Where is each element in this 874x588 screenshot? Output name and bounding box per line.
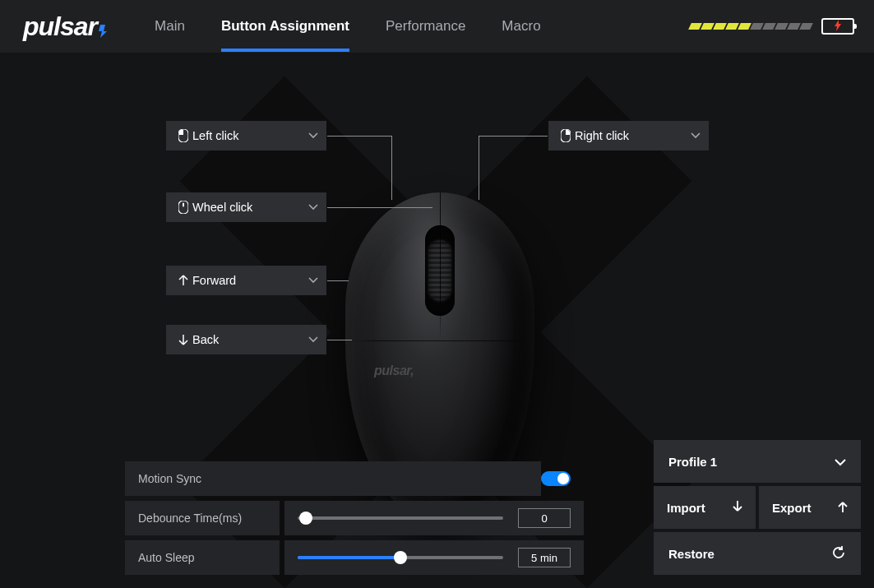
arrow-up-icon	[174, 275, 192, 286]
brand-accent-icon	[99, 25, 107, 38]
arrow-down-icon	[174, 334, 192, 345]
debounce-value[interactable]: 0	[518, 508, 571, 528]
restore-label: Restore	[668, 547, 714, 561]
autosleep-value[interactable]: 5 min	[518, 548, 571, 567]
bolt-icon	[833, 20, 843, 34]
back-label: Back	[192, 333, 219, 346]
tab-main[interactable]: Main	[155, 2, 185, 51]
header-status	[690, 18, 854, 35]
wheel-click-selector[interactable]: Wheel click	[166, 192, 326, 222]
motion-sync-row: Motion Sync	[125, 461, 584, 496]
battery-charging-icon	[821, 18, 854, 35]
import-label: Import	[667, 501, 705, 515]
wheel-click-label: Wheel click	[192, 201, 252, 214]
arrow-up-icon	[838, 500, 848, 516]
tab-performance[interactable]: Performance	[386, 2, 465, 51]
chevron-down-icon	[308, 336, 318, 343]
tab-button-assignment[interactable]: Button Assignment	[221, 2, 349, 51]
left-click-selector[interactable]: Left click	[166, 121, 326, 150]
motion-sync-toggle[interactable]	[541, 471, 571, 486]
leader-line	[327, 340, 352, 340]
app-header: pulsar Main Button Assignment Performanc…	[0, 0, 874, 53]
right-click-label: Right click	[575, 129, 629, 142]
main-area: pulsar, Left click Wheel click Forward B…	[0, 53, 874, 588]
leader-line	[327, 207, 432, 208]
chevron-down-icon	[308, 277, 318, 284]
chevron-down-icon	[308, 132, 318, 139]
tab-macro[interactable]: Macro	[502, 2, 540, 51]
import-button[interactable]: Import	[654, 486, 756, 529]
autosleep-row: Auto Sleep 5 min	[125, 540, 584, 575]
debounce-row: Debounce Time(ms) 0	[125, 501, 584, 535]
advanced-settings: Motion Sync Debounce Time(ms) 0 Auto Sle…	[125, 456, 584, 575]
leader-line	[327, 280, 349, 281]
leader-line	[391, 136, 392, 200]
chevron-down-icon	[691, 132, 701, 139]
profile-panel: Profile 1 Import Export Restore	[654, 440, 861, 575]
debounce-slider[interactable]	[298, 516, 503, 520]
main-nav: Main Button Assignment Performance Macro	[155, 2, 541, 51]
leader-line	[479, 136, 479, 200]
mouse-wheel-icon	[174, 201, 192, 214]
refresh-icon	[831, 545, 846, 563]
battery-level-bars	[690, 23, 812, 30]
autosleep-slider[interactable]	[298, 556, 503, 559]
leader-line	[327, 136, 391, 137]
chevron-down-icon	[835, 455, 846, 469]
back-selector[interactable]: Back	[166, 325, 326, 354]
profile-selector[interactable]: Profile 1	[654, 440, 861, 483]
restore-button[interactable]: Restore	[654, 532, 861, 575]
svg-rect-0	[183, 203, 184, 207]
brand-logo: pulsar	[23, 13, 107, 39]
profile-current-label: Profile 1	[668, 455, 717, 469]
mouse-brand-label: pulsar,	[374, 363, 414, 378]
brand-text: pulsar	[23, 13, 97, 39]
right-click-selector[interactable]: Right click	[548, 121, 709, 150]
mouse-left-icon	[174, 129, 192, 142]
mouse-right-icon	[557, 129, 575, 142]
chevron-down-icon	[308, 204, 318, 211]
motion-sync-label: Motion Sync	[125, 461, 541, 496]
forward-selector[interactable]: Forward	[166, 266, 326, 295]
autosleep-label: Auto Sleep	[125, 540, 280, 575]
left-click-label: Left click	[192, 129, 238, 142]
export-label: Export	[772, 501, 812, 515]
arrow-down-icon	[733, 500, 742, 516]
export-button[interactable]: Export	[759, 486, 861, 529]
forward-label: Forward	[192, 274, 236, 287]
debounce-label: Debounce Time(ms)	[125, 501, 280, 535]
leader-line	[479, 136, 548, 137]
